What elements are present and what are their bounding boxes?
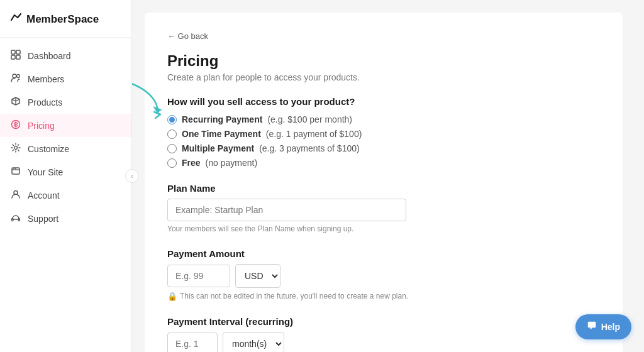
svg-rect-3 [16, 55, 20, 59]
payment-amount-warning-text: This can not be edited in the future, yo… [180, 292, 408, 300]
payment-amount-section: Payment Amount USD EUR GBP 🔒 This can no… [167, 248, 600, 301]
radio-recurring-desc: (e.g. $100 per month) [267, 114, 352, 124]
help-button[interactable]: Help [575, 314, 631, 339]
content-card: ← Go back Pricing Create a plan for peop… [145, 13, 623, 352]
sidebar-collapse-button[interactable]: ‹ [125, 169, 139, 183]
payment-interval-label: Payment Interval (recurring) [167, 316, 600, 327]
sidebar-label-members: Members [28, 74, 64, 84]
app-name: MemberSpace [26, 13, 99, 26]
sidebar-item-members[interactable]: Members [0, 67, 131, 91]
teal-arrow-decoration [132, 75, 167, 119]
help-label: Help [601, 322, 620, 332]
warning-emoji: 🔒 [167, 292, 177, 301]
radio-multiple-input[interactable] [167, 144, 177, 153]
payment-interval-section: Payment Interval (recurring) month(s) we… [167, 316, 600, 352]
plan-name-hint: Your members will see the Plan Name when… [167, 224, 600, 233]
sidebar-label-account: Account [28, 190, 60, 201]
dashboard-icon [10, 50, 21, 62]
sidebar-item-pricing[interactable]: Pricing [0, 114, 131, 137]
radio-one-time[interactable]: One Time Payment (e.g. 1 payment of $100… [167, 129, 600, 139]
customize-icon [10, 143, 21, 155]
currency-select[interactable]: USD EUR GBP [235, 264, 280, 288]
members-icon [10, 73, 21, 85]
payment-amount-label: Payment Amount [167, 248, 600, 259]
sidebar-label-customize: Customize [28, 144, 69, 154]
interval-row: month(s) week(s) year(s) [167, 332, 600, 352]
svg-point-4 [13, 74, 16, 78]
radio-multiple-desc: (e.g. 3 payments of $100) [259, 143, 360, 153]
sidebar-item-products[interactable]: Products [0, 91, 131, 114]
back-label: ← Go back [167, 31, 208, 41]
sidebar-item-dashboard[interactable]: Dashboard [0, 44, 131, 67]
radio-recurring[interactable]: Recurring Payment (e.g. $100 per month) [167, 114, 600, 124]
sidebar-label-your-site: Your Site [28, 167, 63, 177]
app-logo: MemberSpace [0, 0, 131, 38]
radio-one-time-desc: (e.g. 1 payment of $100) [266, 129, 362, 139]
account-icon [10, 189, 21, 201]
radio-recurring-input[interactable] [167, 115, 177, 124]
interval-select[interactable]: month(s) week(s) year(s) [223, 332, 284, 352]
plan-name-label: Plan Name [167, 183, 600, 194]
radio-recurring-label: Recurring Payment [182, 114, 262, 124]
radio-free[interactable]: Free (no payment) [167, 158, 600, 168]
radio-multiple[interactable]: Multiple Payment (e.g. 3 payments of $10… [167, 143, 600, 153]
plan-name-input[interactable] [167, 199, 406, 221]
interval-input[interactable] [167, 333, 218, 352]
payment-type-radio-group: Recurring Payment (e.g. $100 per month) … [167, 114, 600, 168]
sidebar-item-account[interactable]: Account [0, 184, 131, 207]
sidebar: MemberSpace Dashboard Members Products P… [0, 0, 132, 352]
sidebar-item-support[interactable]: Support [0, 207, 131, 230]
sidebar-item-your-site[interactable]: Your Site [0, 160, 131, 184]
svg-rect-0 [11, 50, 15, 54]
radio-multiple-label: Multiple Payment [182, 143, 254, 153]
svg-point-10 [15, 168, 16, 170]
sidebar-label-dashboard: Dashboard [28, 51, 71, 61]
svg-point-5 [17, 75, 20, 78]
svg-rect-2 [11, 55, 15, 59]
svg-point-9 [13, 168, 14, 170]
help-chat-icon [587, 321, 597, 333]
support-icon [10, 212, 21, 224]
radio-free-label: Free [182, 158, 201, 168]
sidebar-item-customize[interactable]: Customize [0, 137, 131, 160]
plan-name-section: Plan Name Your members will see the Plan… [167, 183, 600, 233]
radio-free-desc: (no payment) [206, 158, 257, 168]
radio-one-time-input[interactable] [167, 129, 177, 139]
svg-rect-1 [16, 50, 20, 54]
sidebar-label-support: Support [28, 214, 58, 224]
payment-type-section: How will you sell access to your product… [167, 96, 600, 168]
amount-input[interactable] [167, 265, 230, 287]
radio-one-time-label: One Time Payment [182, 129, 261, 139]
sidebar-nav: Dashboard Members Products Pricing Custo… [0, 38, 131, 352]
products-icon [10, 96, 21, 108]
your-site-icon [10, 166, 21, 178]
logo-icon [10, 11, 23, 27]
payment-type-question: How will you sell access to your product… [167, 96, 600, 107]
back-link[interactable]: ← Go back [167, 31, 208, 41]
svg-point-7 [14, 146, 18, 150]
payment-amount-warning: 🔒 This can not be edited in the future, … [167, 292, 600, 301]
page-subtitle: Create a plan for people to access your … [167, 72, 600, 82]
main-content: ← Go back Pricing Create a plan for peop… [132, 0, 644, 352]
sidebar-label-products: Products [28, 97, 62, 107]
pricing-icon [10, 119, 21, 131]
sidebar-label-pricing: Pricing [28, 121, 55, 131]
page-title: Pricing [167, 52, 600, 70]
radio-free-input[interactable] [167, 158, 177, 168]
payment-amount-row: USD EUR GBP [167, 264, 600, 288]
